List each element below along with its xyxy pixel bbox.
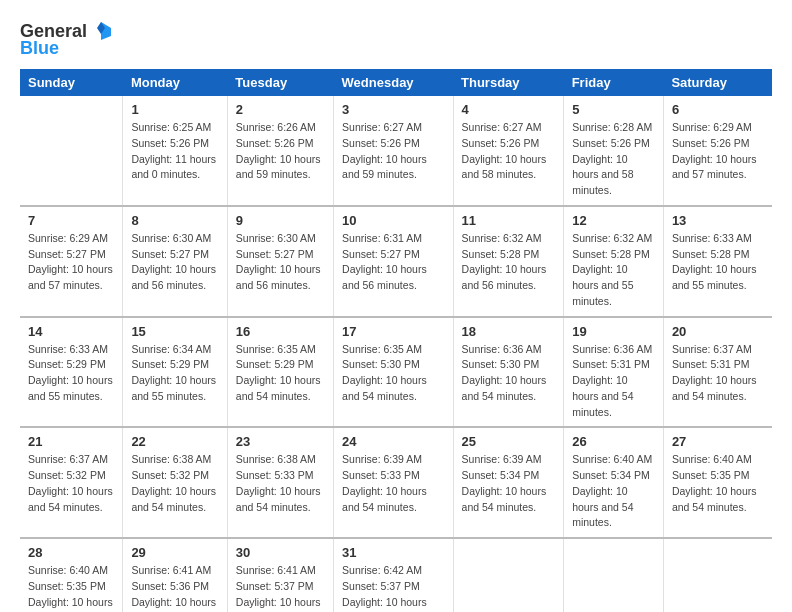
calendar-cell [453, 538, 564, 612]
day-number: 18 [462, 324, 556, 339]
calendar-cell: 14Sunrise: 6:33 AMSunset: 5:29 PMDayligh… [20, 317, 123, 428]
day-info: Sunrise: 6:37 AMSunset: 5:31 PMDaylight:… [672, 342, 764, 405]
day-number: 24 [342, 434, 444, 449]
calendar-cell: 28Sunrise: 6:40 AMSunset: 5:35 PMDayligh… [20, 538, 123, 612]
day-number: 3 [342, 102, 444, 117]
calendar-cell: 11Sunrise: 6:32 AMSunset: 5:28 PMDayligh… [453, 206, 564, 317]
day-info: Sunrise: 6:29 AMSunset: 5:26 PMDaylight:… [672, 120, 764, 183]
day-number: 4 [462, 102, 556, 117]
day-info: Sunrise: 6:38 AMSunset: 5:33 PMDaylight:… [236, 452, 325, 515]
day-info: Sunrise: 6:36 AMSunset: 5:31 PMDaylight:… [572, 342, 655, 421]
day-number: 1 [131, 102, 218, 117]
day-number: 14 [28, 324, 114, 339]
day-info: Sunrise: 6:27 AMSunset: 5:26 PMDaylight:… [462, 120, 556, 183]
day-number: 16 [236, 324, 325, 339]
day-number: 26 [572, 434, 655, 449]
day-info: Sunrise: 6:30 AMSunset: 5:27 PMDaylight:… [236, 231, 325, 294]
calendar-cell [20, 96, 123, 206]
day-info: Sunrise: 6:42 AMSunset: 5:37 PMDaylight:… [342, 563, 444, 612]
day-info: Sunrise: 6:40 AMSunset: 5:35 PMDaylight:… [28, 563, 114, 612]
calendar-cell: 21Sunrise: 6:37 AMSunset: 5:32 PMDayligh… [20, 427, 123, 538]
day-info: Sunrise: 6:40 AMSunset: 5:35 PMDaylight:… [672, 452, 764, 515]
day-number: 12 [572, 213, 655, 228]
calendar-cell: 15Sunrise: 6:34 AMSunset: 5:29 PMDayligh… [123, 317, 227, 428]
day-info: Sunrise: 6:33 AMSunset: 5:28 PMDaylight:… [672, 231, 764, 294]
day-number: 28 [28, 545, 114, 560]
day-number: 13 [672, 213, 764, 228]
day-info: Sunrise: 6:39 AMSunset: 5:34 PMDaylight:… [462, 452, 556, 515]
day-number: 6 [672, 102, 764, 117]
day-number: 5 [572, 102, 655, 117]
day-info: Sunrise: 6:40 AMSunset: 5:34 PMDaylight:… [572, 452, 655, 531]
logo-blue-text: Blue [20, 38, 59, 59]
calendar-header-row: SundayMondayTuesdayWednesdayThursdayFrid… [20, 69, 772, 96]
calendar-cell: 2Sunrise: 6:26 AMSunset: 5:26 PMDaylight… [227, 96, 333, 206]
calendar-cell: 5Sunrise: 6:28 AMSunset: 5:26 PMDaylight… [564, 96, 664, 206]
day-info: Sunrise: 6:41 AMSunset: 5:36 PMDaylight:… [131, 563, 218, 612]
day-info: Sunrise: 6:33 AMSunset: 5:29 PMDaylight:… [28, 342, 114, 405]
day-info: Sunrise: 6:27 AMSunset: 5:26 PMDaylight:… [342, 120, 444, 183]
calendar-cell: 10Sunrise: 6:31 AMSunset: 5:27 PMDayligh… [334, 206, 453, 317]
day-number: 27 [672, 434, 764, 449]
calendar-week-row: 14Sunrise: 6:33 AMSunset: 5:29 PMDayligh… [20, 317, 772, 428]
logo-icon [89, 20, 111, 42]
day-info: Sunrise: 6:32 AMSunset: 5:28 PMDaylight:… [572, 231, 655, 310]
calendar-cell: 27Sunrise: 6:40 AMSunset: 5:35 PMDayligh… [663, 427, 772, 538]
calendar-cell: 8Sunrise: 6:30 AMSunset: 5:27 PMDaylight… [123, 206, 227, 317]
calendar-week-row: 7Sunrise: 6:29 AMSunset: 5:27 PMDaylight… [20, 206, 772, 317]
column-header-thursday: Thursday [453, 69, 564, 96]
day-info: Sunrise: 6:32 AMSunset: 5:28 PMDaylight:… [462, 231, 556, 294]
calendar-cell: 20Sunrise: 6:37 AMSunset: 5:31 PMDayligh… [663, 317, 772, 428]
day-info: Sunrise: 6:31 AMSunset: 5:27 PMDaylight:… [342, 231, 444, 294]
day-number: 22 [131, 434, 218, 449]
calendar-cell: 26Sunrise: 6:40 AMSunset: 5:34 PMDayligh… [564, 427, 664, 538]
day-number: 11 [462, 213, 556, 228]
day-number: 20 [672, 324, 764, 339]
logo: General Blue [20, 20, 111, 59]
day-info: Sunrise: 6:26 AMSunset: 5:26 PMDaylight:… [236, 120, 325, 183]
calendar-cell: 1Sunrise: 6:25 AMSunset: 5:26 PMDaylight… [123, 96, 227, 206]
calendar-cell: 22Sunrise: 6:38 AMSunset: 5:32 PMDayligh… [123, 427, 227, 538]
day-info: Sunrise: 6:29 AMSunset: 5:27 PMDaylight:… [28, 231, 114, 294]
calendar-cell: 3Sunrise: 6:27 AMSunset: 5:26 PMDaylight… [334, 96, 453, 206]
calendar-cell: 29Sunrise: 6:41 AMSunset: 5:36 PMDayligh… [123, 538, 227, 612]
calendar-cell: 13Sunrise: 6:33 AMSunset: 5:28 PMDayligh… [663, 206, 772, 317]
calendar-week-row: 28Sunrise: 6:40 AMSunset: 5:35 PMDayligh… [20, 538, 772, 612]
calendar-cell: 18Sunrise: 6:36 AMSunset: 5:30 PMDayligh… [453, 317, 564, 428]
day-info: Sunrise: 6:41 AMSunset: 5:37 PMDaylight:… [236, 563, 325, 612]
day-number: 10 [342, 213, 444, 228]
day-number: 7 [28, 213, 114, 228]
day-info: Sunrise: 6:34 AMSunset: 5:29 PMDaylight:… [131, 342, 218, 405]
calendar-cell: 25Sunrise: 6:39 AMSunset: 5:34 PMDayligh… [453, 427, 564, 538]
day-number: 25 [462, 434, 556, 449]
calendar-week-row: 1Sunrise: 6:25 AMSunset: 5:26 PMDaylight… [20, 96, 772, 206]
day-number: 2 [236, 102, 325, 117]
calendar-cell: 24Sunrise: 6:39 AMSunset: 5:33 PMDayligh… [334, 427, 453, 538]
day-info: Sunrise: 6:37 AMSunset: 5:32 PMDaylight:… [28, 452, 114, 515]
day-info: Sunrise: 6:35 AMSunset: 5:30 PMDaylight:… [342, 342, 444, 405]
calendar-cell: 6Sunrise: 6:29 AMSunset: 5:26 PMDaylight… [663, 96, 772, 206]
calendar-cell: 16Sunrise: 6:35 AMSunset: 5:29 PMDayligh… [227, 317, 333, 428]
column-header-friday: Friday [564, 69, 664, 96]
day-info: Sunrise: 6:30 AMSunset: 5:27 PMDaylight:… [131, 231, 218, 294]
calendar-cell: 7Sunrise: 6:29 AMSunset: 5:27 PMDaylight… [20, 206, 123, 317]
calendar-cell: 4Sunrise: 6:27 AMSunset: 5:26 PMDaylight… [453, 96, 564, 206]
day-number: 15 [131, 324, 218, 339]
day-info: Sunrise: 6:39 AMSunset: 5:33 PMDaylight:… [342, 452, 444, 515]
day-info: Sunrise: 6:38 AMSunset: 5:32 PMDaylight:… [131, 452, 218, 515]
calendar-cell: 17Sunrise: 6:35 AMSunset: 5:30 PMDayligh… [334, 317, 453, 428]
day-number: 17 [342, 324, 444, 339]
calendar-cell: 23Sunrise: 6:38 AMSunset: 5:33 PMDayligh… [227, 427, 333, 538]
day-number: 21 [28, 434, 114, 449]
calendar-cell: 9Sunrise: 6:30 AMSunset: 5:27 PMDaylight… [227, 206, 333, 317]
day-info: Sunrise: 6:35 AMSunset: 5:29 PMDaylight:… [236, 342, 325, 405]
calendar-table: SundayMondayTuesdayWednesdayThursdayFrid… [20, 69, 772, 612]
day-number: 23 [236, 434, 325, 449]
day-number: 19 [572, 324, 655, 339]
column-header-wednesday: Wednesday [334, 69, 453, 96]
page-header: General Blue [20, 20, 772, 59]
day-number: 9 [236, 213, 325, 228]
calendar-cell: 30Sunrise: 6:41 AMSunset: 5:37 PMDayligh… [227, 538, 333, 612]
day-info: Sunrise: 6:25 AMSunset: 5:26 PMDaylight:… [131, 120, 218, 183]
column-header-tuesday: Tuesday [227, 69, 333, 96]
